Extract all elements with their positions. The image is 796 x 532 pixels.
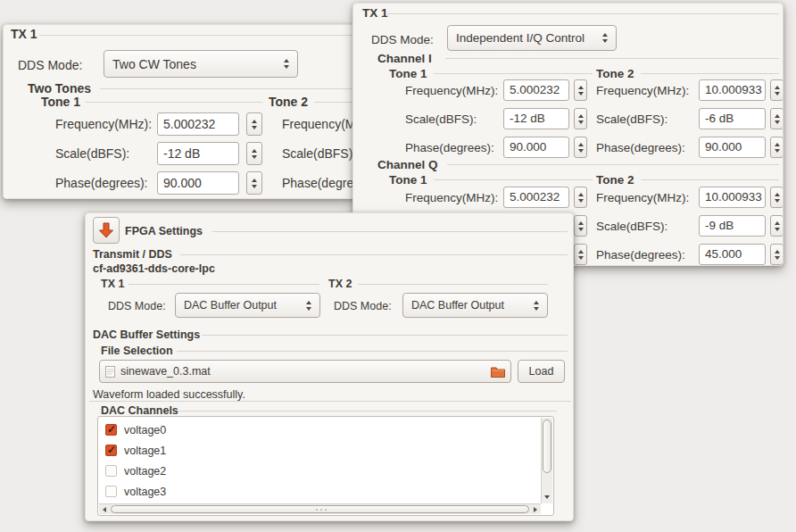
channel-checkbox[interactable] [105, 486, 117, 497]
horizontal-scrollbar[interactable] [99, 503, 541, 514]
spinner-buttons[interactable] [574, 79, 587, 101]
scroll-right-button[interactable] [530, 507, 541, 512]
scrollbar-grip [320, 509, 322, 511]
spinner-buttons[interactable] [770, 187, 784, 208]
list-item-voltage0[interactable]: voltage0 [105, 422, 166, 437]
scale-label: Scale(dBFS): [405, 112, 477, 126]
spin-down-icon[interactable] [578, 121, 584, 124]
file-selection-title: File Selection [101, 345, 173, 358]
tx2-dds-mode-select[interactable]: DAC Buffer Output [402, 293, 548, 318]
window-tx1-two-cw-tones: TX 1 DDS Mode: Two CW Tones Two Tones To… [3, 24, 406, 199]
spinner-buttons[interactable] [246, 171, 262, 195]
spin-up-icon[interactable] [252, 179, 257, 182]
spin-down-icon[interactable] [775, 92, 780, 96]
spin-down-icon[interactable] [252, 185, 257, 188]
spin-down-icon[interactable] [578, 149, 584, 153]
combo-arrows-icon [527, 301, 539, 311]
spinner-buttons[interactable] [770, 108, 784, 129]
scale-input[interactable]: -6 dB [699, 108, 766, 129]
channel-checkbox[interactable] [105, 465, 117, 477]
frequency-input[interactable]: 5.000232 [503, 79, 569, 101]
list-item-voltage3[interactable]: voltage3 [105, 484, 166, 499]
vertical-scrollbar-thumb[interactable] [543, 420, 551, 473]
spin-up-icon[interactable] [578, 143, 584, 146]
scroll-down-button[interactable] [543, 492, 551, 502]
scale-input[interactable]: -12 dB [503, 108, 569, 129]
spin-down-icon[interactable] [775, 256, 780, 260]
phase-input[interactable]: 90.000 [503, 137, 569, 158]
frequency-input[interactable]: 10.000933 [699, 79, 766, 101]
spin-up-icon[interactable] [775, 250, 780, 254]
frame-rule [39, 35, 402, 36]
collapse-section-button[interactable] [93, 217, 120, 244]
dds-mode-select[interactable]: Independent I/Q Control [447, 25, 617, 51]
spin-up-icon[interactable] [252, 149, 257, 153]
spinner-buttons[interactable] [574, 187, 587, 208]
spinner-buttons[interactable] [770, 244, 784, 265]
spin-down-icon[interactable] [775, 228, 780, 231]
file-chooser-button[interactable]: sinewave_0.3.mat [99, 360, 511, 383]
spin-down-icon[interactable] [578, 199, 584, 203]
frame-title-tx1: TX 1 [101, 278, 124, 291]
spin-up-icon[interactable] [775, 86, 780, 89]
spin-down-icon[interactable] [775, 121, 780, 124]
phase-input[interactable]: 90.000 [157, 171, 239, 195]
arrow-left-icon [103, 507, 106, 512]
frame-rule [202, 335, 568, 336]
dds-mode-select[interactable]: Two CW Tones [104, 50, 298, 78]
vertical-scrollbar[interactable] [541, 418, 552, 503]
section-two-tones: Two Tones [28, 82, 91, 96]
spin-down-icon[interactable] [578, 92, 584, 96]
spin-up-icon[interactable] [775, 143, 780, 146]
spinner-buttons[interactable] [770, 79, 784, 101]
scale-label: Scale(dBFS): [282, 147, 356, 161]
channel-checkbox[interactable] [105, 445, 117, 456]
spin-down-icon[interactable] [775, 199, 780, 203]
frame-rule [447, 164, 779, 165]
spinner-buttons[interactable] [770, 137, 784, 158]
spin-down-icon[interactable] [252, 155, 257, 159]
list-item-voltage2[interactable]: voltage2 [105, 463, 166, 478]
horizontal-scrollbar-thumb[interactable] [111, 505, 529, 513]
scroll-left-button[interactable] [99, 507, 110, 512]
spin-up-icon[interactable] [578, 114, 584, 118]
list-item-voltage1[interactable]: voltage1 [105, 443, 166, 458]
spin-down-icon[interactable] [578, 228, 584, 231]
spin-down-icon[interactable] [252, 126, 257, 129]
frequency-input[interactable]: 5.000232 [503, 187, 569, 208]
load-button[interactable]: Load [518, 360, 565, 383]
spin-down-icon[interactable] [775, 149, 780, 153]
dds-mode-label: DDS Mode: [18, 59, 82, 72]
frame-title-tx1: TX 1 [11, 28, 37, 41]
spinner-buttons[interactable] [574, 108, 587, 129]
spin-up-icon[interactable] [252, 120, 257, 123]
spinner-buttons[interactable] [246, 112, 262, 136]
spinner-buttons[interactable] [574, 215, 587, 237]
scale-input[interactable]: -9 dB [699, 215, 766, 237]
orange-folder-icon [491, 366, 505, 378]
spin-down-icon[interactable] [578, 256, 584, 260]
frequency-input[interactable]: 10.000933 [699, 187, 766, 208]
spinner-buttons[interactable] [574, 137, 587, 158]
frame-rule [434, 73, 593, 74]
frequency-input[interactable]: 5.000232 [157, 112, 239, 136]
spin-up-icon[interactable] [578, 193, 584, 196]
scale-input[interactable]: -12 dB [157, 142, 239, 165]
frame-rule [445, 58, 779, 59]
frame-rule [387, 13, 779, 14]
spin-up-icon[interactable] [775, 193, 780, 196]
spinner-buttons[interactable] [574, 244, 587, 265]
selected-file-name: sinewave_0.3.mat [120, 365, 211, 378]
spin-up-icon[interactable] [578, 86, 584, 89]
phase-input[interactable]: 45.000 [699, 244, 766, 265]
spin-up-icon[interactable] [775, 114, 780, 118]
tx1-dds-mode-select[interactable]: DAC Buffer Output [175, 293, 320, 318]
spin-up-icon[interactable] [578, 250, 584, 254]
spinner-buttons[interactable] [246, 142, 262, 165]
spin-up-icon[interactable] [578, 221, 584, 225]
channel-checkbox[interactable] [105, 424, 117, 436]
spin-up-icon[interactable] [775, 221, 780, 225]
spinner-buttons[interactable] [770, 215, 784, 237]
frame-rule [358, 284, 548, 285]
phase-input[interactable]: 90.000 [699, 137, 766, 158]
